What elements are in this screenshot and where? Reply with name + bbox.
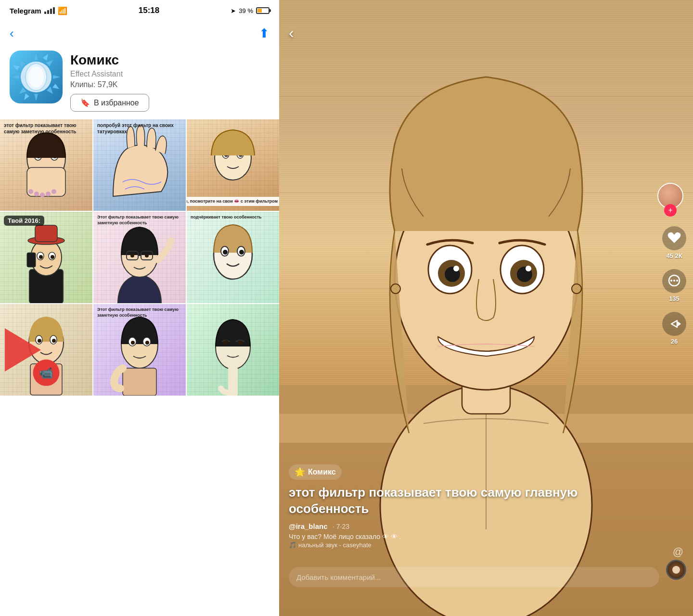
cell-bg-1: этот фильтр показывает твою самую заметн… [0,119,92,211]
caption-user-line: @ira_blanc · 7·23 [289,522,650,531]
svg-point-14 [28,66,44,88]
like-action[interactable]: 45 2К [662,226,686,259]
svg-marker-10 [24,93,29,100]
carrier-label: Telegram [10,7,41,15]
right-panel: ‹ + 45 2К 135 [279,0,693,616]
cell-text-2: попробуй этот фильтр на своих татуировка… [97,122,182,135]
favorite-label: В избранное [94,99,139,107]
svg-point-64 [223,340,229,345]
cell-bg-7: 📹 [0,304,92,396]
svg-point-82 [453,266,459,271]
svg-point-44 [130,254,134,257]
svg-point-45 [145,254,149,257]
cell-bg-4: Твой 2016: [0,212,92,303]
svg-point-60 [131,341,135,345]
caption-music: 🎵 нальный звук - caseyhate [289,541,650,549]
svg-point-25 [51,189,56,194]
comment-icon [662,269,686,293]
video-caption: 🌟 Комикс этот фильтр показывает твою сам… [289,464,650,549]
signal-icon [44,7,55,14]
svg-point-49 [223,250,228,255]
filter-name: Комикс [308,468,336,476]
tiktok-back-button[interactable]: ‹ [289,24,294,42]
cell-bg-3: девочки, посмотрите на свои 👄 с этим фил… [187,119,279,211]
camera-icon: 📹 [39,366,53,380]
share-icon [662,312,686,336]
back-button[interactable]: ‹ [10,26,14,41]
battery-fill [257,9,262,13]
cell-text-5: Этот фильтр показывает твою самую заметн… [97,215,182,226]
music-disc[interactable] [666,560,686,580]
grid-cell-4[interactable]: Твой 2016: [0,212,92,303]
year-badge: Твой 2016: [4,216,44,226]
status-bar: Telegram 📶 15:18 ➤ 39 % [0,0,279,21]
svg-marker-5 [19,88,26,94]
svg-point-61 [145,341,149,345]
grid-cell-3[interactable]: девочки, посмотрите на свои 👄 с этим фил… [187,119,279,211]
cell-bg-6: подчёркивает твою особенность [187,212,279,303]
heart-icon [662,226,686,250]
grid-cell-2[interactable]: попробуй этот фильтр на своих татуировка… [93,119,186,211]
svg-rect-62 [123,368,156,396]
svg-marker-1 [46,60,53,66]
battery-icon [256,7,270,14]
svg-marker-6 [12,75,19,79]
app-clips: Клипы: 57,9K [70,80,270,89]
follow-button[interactable]: + [664,204,677,217]
svg-marker-9 [52,84,59,89]
location-icon: ➤ [231,7,236,14]
share-count: 26 [671,338,678,345]
svg-marker-3 [47,87,53,94]
svg-point-22 [34,192,39,196]
left-panel: Telegram 📶 15:18 ➤ 39 % ‹ ⬆ [0,0,279,616]
grid-cell-6[interactable]: подчёркивает твою особенность [187,212,279,303]
cell-bg-5: Этот фильтр показывает твою самую заметн… [93,212,186,303]
svg-point-24 [46,192,51,196]
status-time: 15:18 [139,6,159,15]
comment-action[interactable]: 135 [662,269,686,302]
comment-bar[interactable]: Добавить комментарий... [289,567,659,587]
caption-username[interactable]: @ira_blanc [289,522,328,530]
music-note-icon: 🎵 [289,541,296,549]
cell-text-1: этот фильтр показывает твою самую заметн… [4,122,89,135]
share-button[interactable]: ⬆ [259,26,270,41]
svg-point-74 [391,284,400,294]
svg-point-83 [526,266,531,271]
caption-main-text: этот фильтр показывает твою самую главну… [289,485,650,517]
cell-bg-8: Этот фильтр показывает твою самую заметн… [93,304,186,396]
cell-bg-2: попробуй этот фильтр на своих татуировка… [93,119,186,211]
svg-point-87 [673,280,675,282]
comment-placeholder: Добавить комментарий... [296,573,381,581]
cell-text-6: подчёркивает твою особенность [191,215,275,220]
favorite-button[interactable]: 🔖 В избранное [70,94,149,112]
svg-point-65 [237,340,243,345]
grid-cell-7[interactable]: 📹 [0,304,92,396]
app-details: Комикс Effect Assistant Клипы: 57,9K 🔖 В… [70,51,270,112]
svg-marker-4 [34,94,38,101]
svg-marker-11 [13,65,20,70]
svg-marker-8 [43,54,48,61]
music-disc-center [672,566,680,574]
filter-badge[interactable]: 🌟 Комикс [289,464,342,480]
grid-cell-5[interactable]: Этот фильтр показывает твою самую заметн… [93,212,186,303]
side-actions: 45 2К 135 26 [662,226,686,345]
caption-description: Что у вас? Моё лицо сказало 👁 👁 . [289,533,650,540]
svg-point-38 [51,255,54,259]
caption-date: · 7·23 [333,523,349,530]
app-info: Комикс Effect Assistant Клипы: 57,9K 🔖 В… [0,46,279,119]
svg-point-21 [28,189,33,194]
svg-point-86 [670,280,672,282]
status-right: ➤ 39 % [231,7,270,14]
app-icon [10,51,63,103]
cell-text-8: Этот фильтр показывает твою самую заметн… [97,307,182,318]
nav-bar: ‹ ⬆ [0,21,279,46]
battery-percent: 39 % [239,7,253,14]
share-action[interactable]: 26 [662,312,686,345]
grid-cell-9[interactable] [187,304,279,396]
svg-point-75 [572,284,581,294]
at-icon-button[interactable]: @ [670,544,686,560]
app-developer: Effect Assistant [70,70,270,78]
comment-count: 135 [669,295,680,302]
grid-cell-8[interactable]: Этот фильтр показывает твою самую заметн… [93,304,186,396]
grid-cell-1[interactable]: этот фильтр показывает твою самую заметн… [0,119,92,211]
